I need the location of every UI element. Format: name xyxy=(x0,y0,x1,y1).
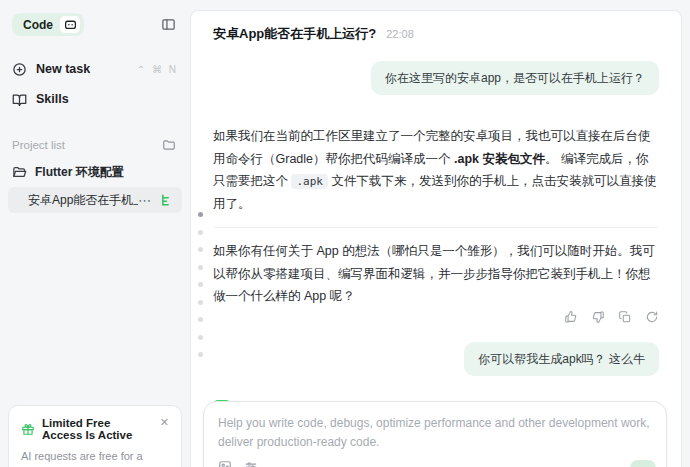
project-list-header: Project list xyxy=(12,139,65,151)
message-input[interactable] xyxy=(204,402,666,454)
folder-icon[interactable] xyxy=(162,138,176,152)
task-list-icon[interactable] xyxy=(160,193,174,207)
mode-selector-code[interactable]: Code xyxy=(12,13,84,36)
copy-icon[interactable] xyxy=(618,310,632,324)
banner-body: AI requests are free for a limited time.… xyxy=(21,448,169,467)
collapse-sidebar-icon[interactable] xyxy=(161,17,176,32)
folder-open-icon xyxy=(12,165,27,180)
thumbs-up-icon[interactable] xyxy=(564,310,578,324)
assistant-paragraph: 如果你有任何关于 App 的想法（哪怕只是一个雏形），我们可以随时开始。我可以帮… xyxy=(213,240,659,308)
chat-title: 安卓App能否在手机上运行? xyxy=(213,25,376,43)
sidebar-item-new-task[interactable]: New task ⌃ ⌘ N xyxy=(0,54,190,84)
attach-image-icon[interactable] xyxy=(218,460,232,467)
composer: ↑ xyxy=(203,401,667,467)
settings-sliders-icon[interactable] xyxy=(244,460,258,467)
user-message-bubble: 你在这里写的安卓app，是否可以在手机上运行？ xyxy=(371,61,659,95)
inline-code: .apk xyxy=(291,174,328,189)
chat-scroll-area[interactable]: 安卓App能否在手机上运行? 22:08 你在这里写的安卓app，是否可以在手机… xyxy=(191,11,681,467)
message-divider xyxy=(213,227,659,228)
chat-panel: 安卓App能否在手机上运行? 22:08 你在这里写的安卓app，是否可以在手机… xyxy=(190,10,682,467)
sidebar-item-skills[interactable]: Skills xyxy=(0,84,190,114)
sidebar-project-flutter[interactable]: Flutter 环境配置 xyxy=(0,164,190,181)
chat-item-label: 安卓App能否在手机上运行? xyxy=(28,192,138,209)
more-options-icon[interactable]: ⋯ xyxy=(138,193,152,208)
free-access-banner: Limited Free Access Is Active ✕ AI reque… xyxy=(8,405,182,467)
send-button[interactable]: ↑ xyxy=(630,460,656,467)
sidebar-chat-item-active[interactable]: 安卓App能否在手机上运行? ⋯ xyxy=(8,187,182,213)
assistant-message: 如果我们在当前的工作区里建立了一个完整的安卓项目，我也可以直接在后台使用命令行（… xyxy=(213,125,659,308)
sidebar: Code New task ⌃ ⌘ N xyxy=(0,0,190,467)
mode-label: Code xyxy=(23,18,53,32)
new-task-label: New task xyxy=(36,62,90,76)
project-label: Flutter 环境配置 xyxy=(35,164,124,181)
chat-timestamp: 22:08 xyxy=(386,28,414,40)
user-message-bubble: 你可以帮我生成apk吗？ 这么牛 xyxy=(464,342,659,376)
plus-circle-icon xyxy=(12,62,27,77)
regenerate-icon[interactable] xyxy=(645,310,659,324)
skills-label: Skills xyxy=(36,92,69,106)
assistant-paragraph: 如果我们在当前的工作区里建立了一个完整的安卓项目，我也可以直接在后台使用命令行（… xyxy=(213,125,659,215)
robot-face-icon xyxy=(60,16,80,33)
new-task-shortcut: ⌃ ⌘ N xyxy=(137,64,178,75)
book-icon xyxy=(12,92,27,107)
gift-icon xyxy=(21,422,35,436)
message-actions xyxy=(213,310,659,324)
close-icon[interactable]: ✕ xyxy=(160,417,169,428)
thumbs-down-icon[interactable] xyxy=(591,310,605,324)
banner-title: Limited Free Access Is Active xyxy=(42,417,153,441)
